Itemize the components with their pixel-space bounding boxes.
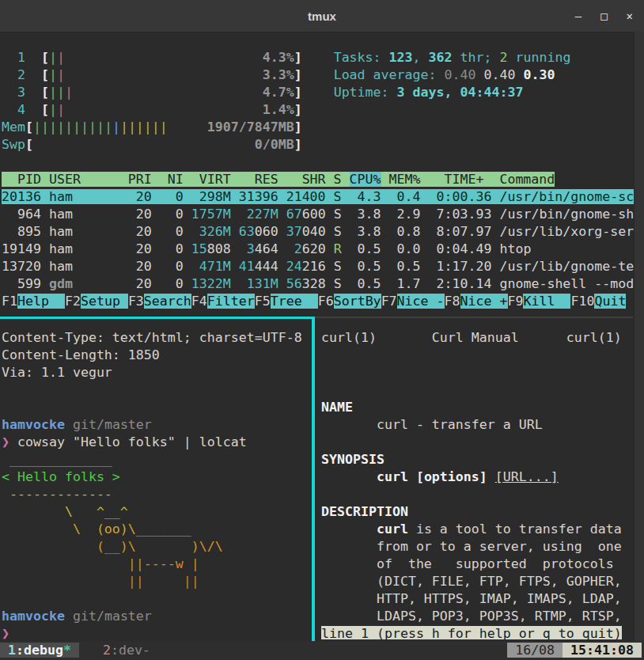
man-text: (DICT, FILE, FTP, FTPS, GOPHER, (321, 573, 644, 590)
text-segment: | (112, 119, 120, 135)
text-segment: 1907/7847MB (168, 119, 294, 135)
man-text: HTTP, HTTPS, IMAP, IMAPS, LDAP, (321, 590, 644, 608)
pane-border-vertical[interactable] (312, 317, 315, 641)
text-segment: from or to a server, using one (321, 539, 622, 554)
fkey-f2[interactable]: F2 (65, 294, 81, 309)
text-segment: 56 (286, 276, 302, 291)
text-segment: [ (41, 50, 49, 65)
process-row[interactable]: 13720 ham 20 0 471M 41444 24216 S 0.5 0.… (2, 258, 642, 275)
text-segment: 1 (2, 50, 41, 65)
fkey-setup-button[interactable]: Setup (81, 294, 128, 309)
fkey-f8[interactable]: F8 (445, 294, 460, 309)
process-row[interactable]: 895 ham 20 0 326M 63060 37040 S 3.8 0.8 … (2, 223, 642, 241)
fkey-nice-minus-button[interactable]: Nice - (397, 294, 445, 309)
window-tab-1[interactable] (71, 643, 79, 658)
shell-pane[interactable]: Content-Type: text/html; charset=UTF-8Co… (2, 329, 310, 639)
man-section-synopsis: SYNOPSIS (321, 451, 644, 468)
fkey-f7[interactable]: F7 (381, 294, 397, 309)
shell-command-line[interactable]: ❯ cowsay "Hello folks" | lolcat (2, 434, 310, 451)
text-segment: 0.40 (483, 67, 523, 82)
man-text: LDAPS, POP3, POP3S, RTMP, RTSP, (321, 608, 644, 625)
text-segment: gdm (49, 276, 73, 291)
text-segment: 0.40 (445, 67, 484, 82)
text-segment: | (57, 50, 65, 65)
cowsay-line: \ (oo)\_______ (2, 521, 310, 538)
fkey-kill-button[interactable]: Kill (523, 294, 570, 309)
blank-line (2, 399, 310, 416)
pane-border-horizontal-active[interactable] (0, 317, 312, 319)
text-segment: ||----w | (2, 556, 199, 571)
text-segment (65, 417, 73, 432)
text-segment: 4.3% (65, 50, 294, 65)
cpu-meter-1: 1 [|| 4.3%] Tasks: 123, 362 thr; 2 runni… (2, 49, 642, 66)
text-segment: | (65, 85, 73, 100)
cpu-meter-2: 2 [|| 3.3%] Load average: 0.40 0.40 0.30 (2, 66, 642, 84)
text-segment: 37 (286, 224, 302, 239)
text-segment: Tasks: (334, 50, 389, 65)
text-segment: _____________ (2, 452, 112, 467)
fkey-f5[interactable]: F5 (255, 294, 271, 309)
text-segment: 444 (255, 259, 286, 274)
column-headers[interactable]: PID USER PRI NI VIRT RES SHR S (2, 172, 350, 187)
text-segment: | (49, 67, 57, 82)
fkey-f10[interactable]: F10 (570, 294, 594, 309)
text-segment: [ (25, 137, 33, 152)
minimize-button[interactable]: – (575, 0, 581, 32)
window-list-area: 1:debug* 2:dev- (0, 642, 158, 659)
text-segment (278, 207, 286, 222)
text-segment: 123 (389, 50, 413, 65)
process-row[interactable]: 964 ham 20 0 1757M 227M 67600 S 3.8 2.9 … (2, 206, 642, 223)
text-segment: | (57, 102, 65, 117)
process-row-selected[interactable]: 20136 ham 20 0 298M 31396 21400 S 4.3 0.… (2, 188, 642, 206)
scrollbar[interactable] (634, 32, 644, 641)
process-row[interactable]: 19149 ham 20 0 15808 3464 2620 R 0.5 0.0… (2, 241, 642, 258)
column-headers[interactable]: MEM% TIME+ Command (381, 172, 555, 187)
pane-border-horizontal-inactive[interactable] (315, 317, 633, 318)
cowsay-line: ------------- (2, 486, 310, 503)
text-segment (302, 85, 334, 100)
window-tab-2[interactable]: :dev- (111, 643, 150, 658)
cowsay-line: (__)\ )\/\ (2, 538, 310, 556)
fkey-filter-button[interactable]: Filter (207, 294, 255, 309)
text-segment: | (57, 67, 65, 82)
terminal-window: tmux – □ ✕ 1 [|| 4.3%] Tasks: 123, 362 t… (0, 0, 644, 660)
maximize-button[interactable]: □ (600, 0, 607, 32)
text-segment: [ (41, 85, 49, 100)
fkey-quit-button[interactable]: Quit (594, 294, 626, 309)
text-segment: ] (294, 67, 302, 82)
process-table-header[interactable]: PID USER PRI NI VIRT RES SHR S CPU% MEM%… (2, 171, 642, 188)
process-20136[interactable]: 20136 ham 20 0 298M 31396 21400 S 4.3 0.… (2, 189, 634, 204)
shell-cursor-line[interactable]: ❯ (2, 625, 310, 639)
cowsay-line: || || (2, 573, 310, 590)
close-button[interactable]: ✕ (627, 0, 633, 32)
fkey-help-button[interactable]: Help (17, 294, 65, 309)
text-segment: 3 days, 04:44:37 (397, 85, 524, 100)
man-text: curl [options] [URL...] (321, 468, 644, 486)
text-segment: 040 S 3.8 0.8 8:07.97 /usr/lib/xorg-ser (302, 224, 635, 239)
title-bar: tmux – □ ✕ (0, 0, 644, 32)
sort-column-cpu[interactable]: CPU% (350, 172, 381, 187)
fkey-search-button[interactable]: Search (144, 294, 191, 309)
text-segment: |||||||||| (33, 119, 112, 135)
fkey-f1[interactable]: F1 (2, 294, 17, 309)
http-header-via: Via: 1.1 vegur (2, 364, 310, 381)
fkey-f9[interactable]: F9 (508, 294, 524, 309)
fkey-f6[interactable]: F6 (318, 294, 334, 309)
text-segment: 808 (207, 241, 247, 256)
text-segment: Via: 1.1 vegur (2, 365, 112, 380)
man-page-pane[interactable]: curl(1) Curl Manual curl(1) NAME curl - … (321, 329, 644, 639)
window-tab-1[interactable]: 1 (0, 643, 16, 658)
command-text[interactable]: cowsay "Hello folks" | lolcat (9, 434, 247, 449)
fkey-nice-plus-button[interactable]: Nice + (460, 294, 508, 309)
window-tab-1[interactable]: :debug (16, 643, 63, 658)
process-row[interactable]: 599 gdm 20 0 1322M 131M 56328 S 0.5 1.7 … (2, 275, 642, 293)
active-window-marker: * (63, 643, 71, 658)
fkey-f4[interactable]: F4 (191, 294, 207, 309)
window-tab-2[interactable]: 2 (95, 643, 111, 658)
fkey-tree-button[interactable]: Tree (271, 294, 318, 309)
fkey-f3[interactable]: F3 (128, 294, 144, 309)
text-segment: SYNOPSIS (321, 452, 385, 467)
text-segment: Uptime: (334, 85, 397, 100)
fkey-sortby-button[interactable]: SortBy (334, 294, 381, 309)
text-segment: NAME (321, 400, 353, 415)
